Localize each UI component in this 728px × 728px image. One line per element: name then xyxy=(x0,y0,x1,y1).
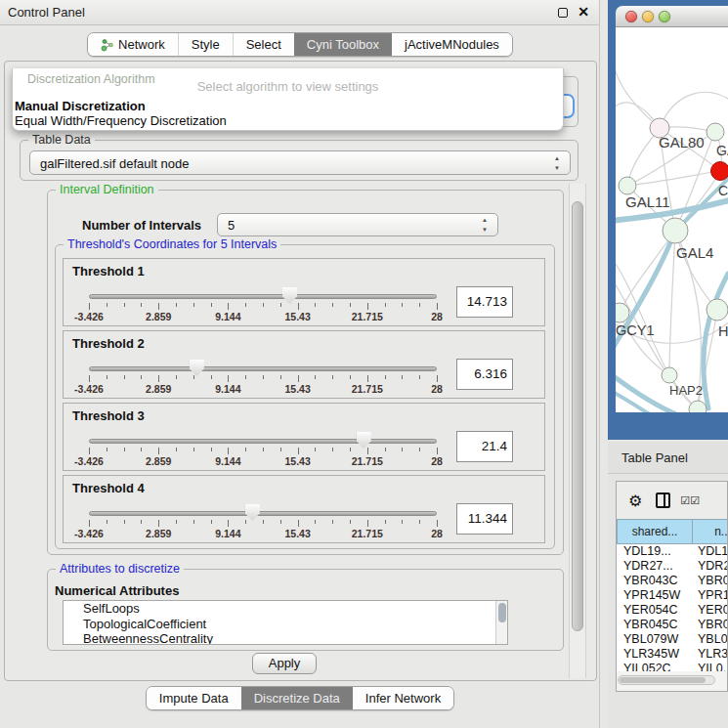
list-item-topologicalcoefficient[interactable]: TopologicalCoefficient xyxy=(64,617,507,632)
node-h[interactable] xyxy=(707,299,728,321)
algorithm-option-manual[interactable]: Manual Discretization xyxy=(15,99,146,113)
node-hap2[interactable] xyxy=(662,367,677,383)
threshold-3-row: Threshold 3 -3.4262.8599.14415.4321.7152… xyxy=(63,403,545,471)
top-tabgroup: Network Style Select Cyni Toolbox jActiv… xyxy=(87,32,513,57)
threshold-4-slider[interactable]: -3.4262.8599.14415.4321.71528 xyxy=(89,476,437,544)
slider-track[interactable] xyxy=(89,366,437,371)
table-panel-title: Table Panel xyxy=(621,450,688,465)
threshold-4-slider-thumb[interactable] xyxy=(245,504,260,521)
table-row[interactable]: YDL19...YDL1... xyxy=(617,544,728,559)
bottom-tabbar: Impute Data Discretize Data Infer Networ… xyxy=(0,686,600,710)
threshold-1-value-field[interactable]: 14.713 xyxy=(456,286,513,318)
threshold-1-row: Threshold 1 -3.4262.8599.14415.4321.7152… xyxy=(63,258,545,326)
combo-stepper-icon xyxy=(554,156,562,170)
network-icon xyxy=(101,38,113,52)
control-panel-scrollbar[interactable] xyxy=(569,184,586,678)
threshold-3-slider[interactable]: -3.4262.8599.14415.4321.71528 xyxy=(89,404,437,472)
control-panel-scrollbar-thumb[interactable] xyxy=(572,201,583,631)
tab-network[interactable]: Network xyxy=(88,33,178,56)
gear-icon[interactable] xyxy=(628,492,642,510)
slider-ticks xyxy=(89,520,437,528)
table-row[interactable]: YBL079WYBL0... xyxy=(617,632,728,647)
network-view-window: GAL80 GA C GAL11 GAL4 GCY1 H HAP2 xyxy=(608,0,728,440)
table-row[interactable]: YPR145WYPR1... xyxy=(617,588,728,603)
list-item-selfloops[interactable]: SelfLoops xyxy=(64,601,507,617)
interval-definition-group-title: Interval Definition xyxy=(56,183,158,196)
panel-title: Control Panel xyxy=(8,5,85,20)
slider-tick-labels: -3.4262.8599.14415.4321.71528 xyxy=(89,383,437,395)
threshold-2-row: Threshold 2 -3.4262.8599.14415.4321.7152… xyxy=(63,330,545,399)
algorithm-option-equal-width[interactable]: Equal Width/Frequency Discretization xyxy=(15,113,227,128)
node-selected-red[interactable] xyxy=(711,162,728,181)
attributes-list-scrollbar[interactable] xyxy=(495,601,507,644)
table-data-group-title: Table Data xyxy=(28,133,95,147)
column-header-shared[interactable]: shared... xyxy=(617,519,693,544)
window-zoom-button[interactable] xyxy=(659,11,670,22)
numerical-attributes-label: Numerical Attributes xyxy=(55,583,179,598)
table-row[interactable]: YIL052CYIL0... xyxy=(617,662,728,671)
algorithm-dropdown-popup: Select algorithm to view settings Manual… xyxy=(12,68,564,131)
column-header-name[interactable]: n... xyxy=(693,519,728,544)
split-view-icon[interactable] xyxy=(656,492,670,508)
top-tabbar: Network Style Select Cyni Toolbox jActiv… xyxy=(0,32,600,57)
tab-jactivemnodules[interactable]: jActiveMNodules xyxy=(392,33,512,56)
float-panel-icon[interactable] xyxy=(558,8,568,18)
table-row[interactable]: YBR043CYBR0... xyxy=(617,574,728,588)
table-row[interactable]: YER054CYER0... xyxy=(617,603,728,618)
node-gal4[interactable] xyxy=(663,218,688,243)
tab-impute-data[interactable]: Impute Data xyxy=(147,687,241,709)
threshold-2-slider[interactable]: -3.4262.8599.14415.4321.71528 xyxy=(89,331,437,400)
slider-track[interactable] xyxy=(89,294,437,299)
num-intervals-combobox[interactable]: 5 xyxy=(217,213,498,236)
network-window-titlebar[interactable] xyxy=(616,6,728,27)
num-intervals-value: 5 xyxy=(228,218,235,233)
table-header-row: shared... n... xyxy=(617,519,728,544)
threshold-4-row: Threshold 4 -3.4262.8599.14415.4321.7152… xyxy=(63,475,545,543)
table-row[interactable]: YDR27...YDR2... xyxy=(617,559,728,574)
threshold-4-value-field[interactable]: 11.344 xyxy=(456,503,513,535)
node-gal80[interactable] xyxy=(650,118,669,138)
threshold-1-slider-thumb[interactable] xyxy=(282,287,297,304)
network-canvas[interactable]: GAL80 GA C GAL11 GAL4 GCY1 H HAP2 xyxy=(616,27,728,412)
combo-stepper-icon xyxy=(482,218,490,232)
thresholds-group-title: Threshold's Coordinates for 5 Intervals xyxy=(64,237,280,251)
num-intervals-label: Number of Intervals xyxy=(82,218,201,233)
app-root: Control Panel Network Style Select xyxy=(0,0,728,728)
slider-ticks xyxy=(89,448,437,455)
slider-tick-labels: -3.4262.8599.14415.4321.71528 xyxy=(89,528,437,539)
tab-style[interactable]: Style xyxy=(178,33,233,56)
table-panel-titlebar: Table Panel xyxy=(608,442,728,474)
slider-track[interactable] xyxy=(89,511,437,516)
table-horizontal-scrollbar[interactable] xyxy=(618,675,715,685)
threshold-1-slider[interactable]: -3.4262.8599.14415.4321.71528 xyxy=(89,259,437,327)
tab-cyni-toolbox[interactable]: Cyni Toolbox xyxy=(294,33,392,56)
tab-infer-network[interactable]: Infer Network xyxy=(353,687,453,709)
table-data-combobox[interactable]: galFiltered.sif default node xyxy=(29,150,571,175)
node-ga[interactable] xyxy=(707,123,724,141)
checkbox-icon[interactable] xyxy=(690,494,699,507)
algorithm-placeholder-item: Select algorithm to view settings xyxy=(13,79,563,94)
threshold-3-slider-thumb[interactable] xyxy=(357,432,371,449)
bottom-tabgroup: Impute Data Discretize Data Infer Networ… xyxy=(146,686,454,710)
threshold-2-value-field[interactable]: 6.316 xyxy=(456,359,513,390)
numerical-attributes-list[interactable]: SelfLoops TopologicalCoefficient Between… xyxy=(63,600,508,645)
tab-select[interactable]: Select xyxy=(233,33,294,56)
checkbox-icon[interactable] xyxy=(680,494,689,507)
slider-track[interactable] xyxy=(89,439,437,444)
threshold-3-value-field[interactable]: 21.4 xyxy=(456,431,513,462)
table-panel: Table Panel shared... n... YDL19...YDL1.… xyxy=(608,442,728,728)
table-row[interactable]: YLR345WYLR3... xyxy=(617,647,728,662)
table-row[interactable]: YBR045CYBR0... xyxy=(617,618,728,632)
slider-ticks xyxy=(89,375,437,383)
tab-discretize-data[interactable]: Discretize Data xyxy=(241,687,353,709)
threshold-2-slider-thumb[interactable] xyxy=(190,360,204,376)
node-gal11[interactable] xyxy=(619,177,636,194)
list-item-betweennesscentrality[interactable]: BetweennessCentrality xyxy=(64,631,507,645)
node-bottom-partial[interactable] xyxy=(689,401,707,412)
table-panel-box: shared... n... YDL19...YDL1... YDR27...Y… xyxy=(616,481,728,692)
apply-button[interactable]: Apply xyxy=(252,653,317,674)
window-close-button[interactable] xyxy=(625,11,637,22)
slider-tick-labels: -3.4262.8599.14415.4321.71528 xyxy=(89,455,437,467)
close-panel-icon[interactable] xyxy=(578,4,589,20)
window-minimize-button[interactable] xyxy=(642,11,654,22)
